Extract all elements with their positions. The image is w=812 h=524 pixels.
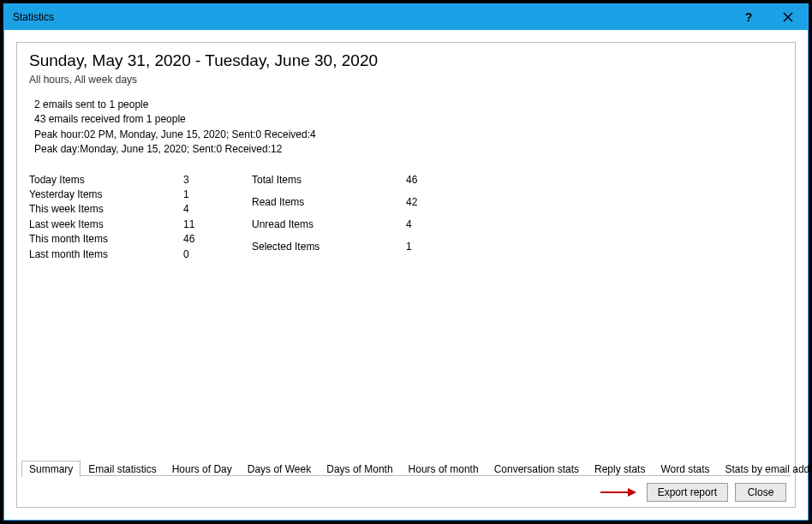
stat-value: 1 [406, 240, 440, 262]
tabs-row: Summary Email statistics Hours of Day Da… [21, 459, 791, 476]
svg-marker-3 [628, 488, 636, 497]
tab-days-of-week[interactable]: Days of Week [240, 461, 319, 477]
inner-box: Sunday, May 31, 2020 - Tuesday, June 30,… [16, 42, 796, 508]
stat-label: Yesterday Items [29, 188, 183, 202]
stat-label: Last month Items [29, 247, 183, 262]
titlebar: Statistics ? [4, 4, 808, 30]
stat-value: 4 [406, 217, 440, 240]
date-range-heading: Sunday, May 31, 2020 - Tuesday, June 30,… [29, 51, 783, 70]
stat-label: Read Items [252, 195, 406, 217]
export-report-button[interactable]: Export report [647, 483, 728, 502]
stat-label: Total Items [252, 173, 406, 195]
stat-label: Unread Items [252, 217, 406, 240]
stat-value: 0 [183, 247, 218, 262]
summary-received-line: 43 emails received from 1 people [34, 112, 783, 127]
stat-label: This month Items [29, 232, 183, 247]
summary-peak-day-line: Peak day:Monday, June 15, 2020; Sent:0 R… [34, 142, 783, 157]
stat-value: 11 [183, 217, 218, 232]
statistics-window: Statistics ? Sunday, May 31, 2020 - Tues… [3, 3, 809, 521]
summary-peak-hour-line: Peak hour:02 PM, Monday, June 15, 2020; … [34, 128, 783, 142]
arrow-annotation [599, 486, 636, 498]
stat-value: 46 [183, 232, 218, 247]
filter-summary: All hours, All week days [29, 74, 783, 86]
tab-hours-of-day[interactable]: Hours of Day [164, 461, 240, 477]
help-button[interactable]: ? [729, 4, 768, 30]
tab-summary[interactable]: Summary [21, 461, 81, 477]
stat-label: This week Items [29, 202, 183, 217]
summary-sent-line: 2 emails sent to 1 people [34, 98, 783, 112]
button-row: Export report Close [599, 483, 786, 502]
stats-column-right: Total Items46 Read Items42 Unread Items4… [252, 173, 440, 262]
stats-grid: Today Items3 Yesterday Items1 This week … [29, 173, 783, 262]
stat-value: 42 [406, 195, 440, 217]
tab-email-statistics[interactable]: Email statistics [81, 461, 164, 477]
main-area: Sunday, May 31, 2020 - Tuesday, June 30,… [17, 43, 795, 459]
tab-stats-by-email-address[interactable]: Stats by email address [718, 461, 812, 477]
window-title: Statistics [13, 11, 729, 23]
tab-word-stats[interactable]: Word stats [653, 461, 717, 477]
tab-hours-of-month[interactable]: Hours of month [401, 461, 487, 477]
stat-value: 3 [183, 173, 218, 188]
summary-block: 2 emails sent to 1 people 43 emails rece… [34, 98, 783, 158]
stats-column-left: Today Items3 Yesterday Items1 This week … [29, 173, 218, 262]
window-close-button[interactable] [768, 4, 808, 30]
tab-days-of-month[interactable]: Days of Month [319, 461, 400, 477]
stat-value: 1 [183, 188, 218, 202]
stat-value: 4 [183, 202, 218, 217]
close-button[interactable]: Close [735, 483, 786, 502]
arrow-right-icon [599, 486, 636, 498]
stat-label: Last week Items [29, 217, 183, 232]
close-icon [783, 12, 793, 22]
tab-reply-stats[interactable]: Reply stats [587, 461, 653, 477]
stat-value: 46 [406, 173, 440, 195]
stat-label: Selected Items [252, 240, 406, 262]
stat-label: Today Items [29, 173, 183, 188]
content-wrap: Sunday, May 31, 2020 - Tuesday, June 30,… [4, 30, 808, 520]
tab-conversation-stats[interactable]: Conversation stats [487, 461, 587, 477]
